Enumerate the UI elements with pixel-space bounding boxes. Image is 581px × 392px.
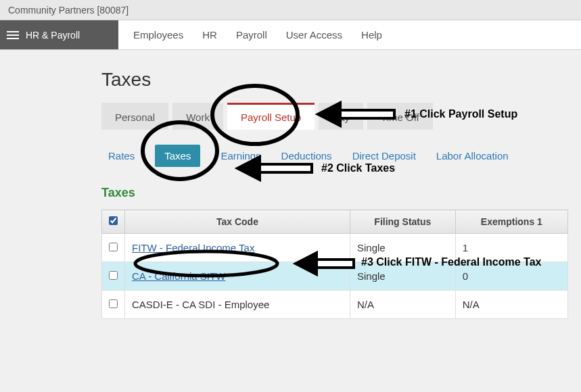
row-checkbox[interactable] [109, 299, 118, 308]
col-exemptions1[interactable]: Exemptions 1 [455, 210, 567, 234]
col-select [102, 210, 125, 234]
window-titlebar: Community Partners [80087] [0, 0, 581, 20]
cell-exemptions: N/A [455, 291, 567, 319]
nav-help[interactable]: Help [361, 29, 382, 41]
hamburger-icon [7, 31, 19, 39]
hr-payroll-menu[interactable]: HR & Payroll [0, 20, 118, 49]
cell-filing-status: N/A [350, 291, 455, 319]
section-title: Taxes [101, 186, 581, 200]
window-title: Community Partners [80087] [8, 5, 129, 16]
table-row: CASDI-E - CA SDI - Employee N/A N/A [102, 291, 568, 319]
link-ca-sitw[interactable]: CA - California SITW [132, 270, 225, 282]
tab-payroll-setup[interactable]: Payroll Setup [227, 103, 315, 130]
content-area: Taxes Personal Work Payroll Setup Pay Ti… [0, 50, 581, 319]
nav-links: Employees HR Payroll User Access Help [118, 20, 382, 49]
col-tax-code[interactable]: Tax Code [125, 210, 350, 234]
subtab-deductions[interactable]: Deductions [281, 150, 332, 162]
subtab-rates[interactable]: Rates [108, 150, 135, 162]
page-title: Taxes [101, 69, 581, 91]
subtab-taxes[interactable]: Taxes [155, 145, 200, 167]
row-checkbox[interactable] [109, 271, 118, 280]
nav-hr[interactable]: HR [202, 29, 217, 41]
tab-work[interactable]: Work [172, 103, 223, 130]
annotation-1: #1 Click Payroll Setup [404, 108, 517, 120]
nav-payroll[interactable]: Payroll [236, 29, 267, 41]
hr-payroll-label: HR & Payroll [26, 30, 80, 41]
nav-employees[interactable]: Employees [133, 29, 183, 41]
link-fitw[interactable]: FITW - Federal Income Tax [132, 242, 254, 253]
col-filing-status[interactable]: Filing Status [350, 210, 455, 234]
select-all-checkbox[interactable] [109, 216, 118, 225]
annotation-3: #3 Click FITW - Federal Income Tax [361, 256, 541, 268]
top-nav: HR & Payroll Employees HR Payroll User A… [0, 20, 581, 50]
nav-user-access[interactable]: User Access [286, 29, 342, 41]
row-checkbox[interactable] [109, 243, 118, 251]
tab-pay[interactable]: Pay [319, 103, 363, 130]
annotation-2: #2 Click Taxes [321, 162, 395, 174]
cell-tax-code: CASDI-E - CA SDI - Employee [125, 291, 350, 319]
subtab-earnings[interactable]: Earnings [220, 150, 260, 162]
subtab-labor-allocation[interactable]: Labor Allocation [436, 150, 509, 162]
tab-personal[interactable]: Personal [101, 103, 168, 130]
subtab-direct-deposit[interactable]: Direct Deposit [352, 150, 416, 162]
